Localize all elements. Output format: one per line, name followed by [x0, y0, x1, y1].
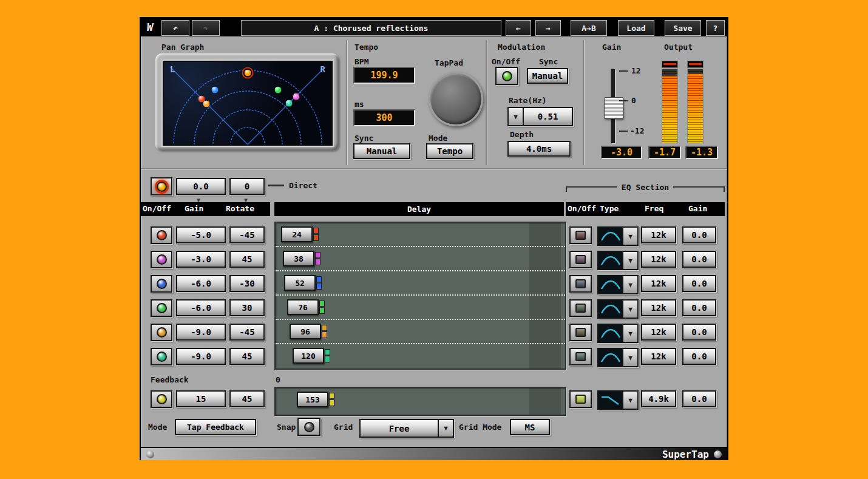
eq-4-gain-button[interactable]: 0.0 [682, 299, 716, 316]
dropdown-arrow-icon[interactable]: ▼ [622, 349, 637, 366]
eq-1-onoff-led-button[interactable] [569, 226, 592, 244]
eq-5-gain-button[interactable]: 0.0 [682, 324, 716, 341]
dropdown-arrow-icon[interactable]: ▼ [438, 420, 453, 437]
tap-3-gain-button[interactable]: -6.0 [176, 275, 226, 292]
feedback-rotate-button[interactable]: 45 [229, 390, 265, 407]
feedback-eq-onoff-led-button[interactable] [569, 390, 592, 408]
tappad-button[interactable] [429, 72, 483, 126]
dropdown-arrow-icon[interactable]: ▼ [622, 228, 637, 245]
preset-name-display[interactable]: A : Chorused reflections [241, 20, 501, 36]
grid-select[interactable]: Free ▼ [359, 419, 454, 438]
pan-dot[interactable] [212, 87, 219, 93]
eq-1-type-select[interactable]: ▼ [597, 226, 639, 246]
dropdown-arrow-icon[interactable]: ▼ [622, 252, 637, 269]
tap-1-gain-button[interactable]: -5.0 [176, 226, 226, 243]
modulation-onoff-led-button[interactable] [495, 67, 518, 85]
direct-rotate-button[interactable]: 0 [229, 178, 265, 195]
tap-2-rotate-button[interactable]: 45 [229, 251, 265, 268]
feedback-onoff-led-button[interactable] [151, 390, 172, 408]
eq-6-onoff-led-button[interactable] [569, 348, 592, 365]
eq-2-onoff-led-button[interactable] [569, 251, 592, 268]
tap-1-delay-marker[interactable]: 24 [281, 226, 319, 242]
tap-4-gain-button[interactable]: -6.0 [176, 299, 226, 316]
tap-5-onoff-led-button[interactable] [151, 324, 172, 341]
pan-dot[interactable] [245, 69, 251, 76]
depth-button[interactable]: 4.0ms [507, 141, 571, 157]
eq-6-type-select[interactable]: ▼ [597, 348, 639, 367]
eq-4-freq-button[interactable]: 12k [641, 299, 676, 316]
tap-4-onoff-led-button[interactable] [151, 299, 172, 317]
eq-5-type-select[interactable]: ▼ [597, 324, 639, 343]
eq-4-onoff-led-button[interactable] [569, 299, 592, 317]
eq-5-freq-button[interactable]: 12k [641, 324, 676, 341]
pan-dot[interactable] [274, 87, 281, 93]
eq-4-type-select[interactable]: ▼ [597, 299, 639, 319]
eq-5-onoff-led-button[interactable] [569, 324, 592, 341]
dropdown-arrow-icon[interactable]: ▼ [509, 108, 524, 125]
eq-3-freq-button[interactable]: 12k [641, 275, 676, 292]
tap-5-rotate-button[interactable]: -45 [229, 324, 265, 341]
direct-onoff-led-button[interactable] [151, 177, 172, 195]
tap-2-gain-button[interactable]: -3.0 [176, 251, 226, 268]
feedback-eq-freq-button[interactable]: 4.9k [641, 390, 676, 407]
undo-button[interactable]: ↶ [161, 20, 189, 36]
prev-preset-button[interactable]: ← [506, 20, 531, 36]
feedback-delay-marker[interactable]: 153 [297, 392, 334, 407]
eq-1-freq-button[interactable]: 12k [641, 226, 676, 243]
eq-3-onoff-led-button[interactable] [569, 275, 592, 293]
ms-display[interactable]: 300 [353, 109, 415, 126]
eq-1-gain-button[interactable]: 0.0 [682, 226, 716, 243]
pan-dot[interactable] [285, 100, 292, 107]
eq-2-gain-button[interactable]: 0.0 [682, 251, 716, 268]
eq-3-type-select[interactable]: ▼ [597, 275, 639, 294]
tap-5-delay-marker[interactable]: 96 [290, 324, 327, 339]
feedback-eq-gain-button[interactable]: 0.0 [682, 390, 716, 407]
redo-button[interactable]: ↷ [192, 20, 220, 36]
dropdown-arrow-icon[interactable]: ▼ [622, 325, 637, 342]
pan-graph-screen[interactable]: L R [163, 61, 333, 146]
next-preset-button[interactable]: → [535, 20, 561, 36]
bpm-display[interactable]: 199.9 [353, 67, 415, 84]
dropdown-arrow-icon[interactable]: ▼ [622, 301, 637, 318]
grid-value[interactable]: Free [361, 420, 438, 437]
pan-dot[interactable] [203, 101, 210, 107]
tap-6-rotate-button[interactable]: 45 [229, 348, 265, 365]
a-to-b-button[interactable]: A→B [571, 20, 607, 36]
dropdown-arrow-icon[interactable]: ▼ [622, 392, 637, 409]
tap-3-onoff-led-button[interactable] [151, 275, 172, 293]
mode-button[interactable]: Tap Feedback [175, 419, 256, 435]
feedback-gain-button[interactable]: 15 [176, 390, 226, 407]
pan-dot[interactable] [293, 93, 300, 100]
gain-value-display[interactable]: -3.0 [601, 146, 642, 159]
load-button[interactable]: Load [618, 20, 654, 36]
eq-6-gain-button[interactable]: 0.0 [682, 348, 716, 365]
tap-5-gain-button[interactable]: -9.0 [176, 324, 226, 341]
tap-4-delay-marker[interactable]: 76 [287, 299, 325, 315]
direct-gain-button[interactable]: 0.0 [176, 178, 226, 195]
tap-3-rotate-button[interactable]: -30 [229, 275, 265, 292]
waves-sphere-icon[interactable] [146, 450, 154, 458]
eq-6-freq-button[interactable]: 12k [641, 348, 676, 365]
eq-3-gain-button[interactable]: 0.0 [682, 275, 716, 292]
snap-led-button[interactable] [297, 418, 320, 436]
tempo-mode-button[interactable]: Tempo [426, 143, 473, 159]
gridmode-button[interactable]: MS [510, 419, 550, 435]
rate-value[interactable]: 0.51 [524, 108, 572, 125]
tap-6-onoff-led-button[interactable] [151, 348, 172, 365]
eq-2-freq-button[interactable]: 12k [641, 251, 676, 268]
tap-1-onoff-led-button[interactable] [151, 226, 172, 244]
tap-6-delay-marker[interactable]: 120 [293, 348, 330, 364]
eq-2-type-select[interactable]: ▼ [597, 251, 639, 270]
tap-4-rotate-button[interactable]: 30 [229, 299, 265, 316]
rate-select[interactable]: ▼ 0.51 [507, 107, 573, 126]
tap-2-onoff-led-button[interactable] [151, 251, 172, 268]
feedback-eq-type-select[interactable]: ▼ [597, 390, 639, 410]
tap-1-rotate-button[interactable]: -45 [229, 226, 265, 243]
modulation-sync-button[interactable]: Manual [527, 68, 568, 84]
tap-2-delay-marker[interactable]: 38 [283, 251, 320, 267]
help-button[interactable]: ? [706, 20, 725, 36]
save-button[interactable]: Save [665, 20, 701, 36]
tap-6-gain-button[interactable]: -9.0 [176, 348, 226, 365]
tempo-sync-button[interactable]: Manual [353, 143, 410, 159]
dropdown-arrow-icon[interactable]: ▼ [622, 276, 637, 293]
